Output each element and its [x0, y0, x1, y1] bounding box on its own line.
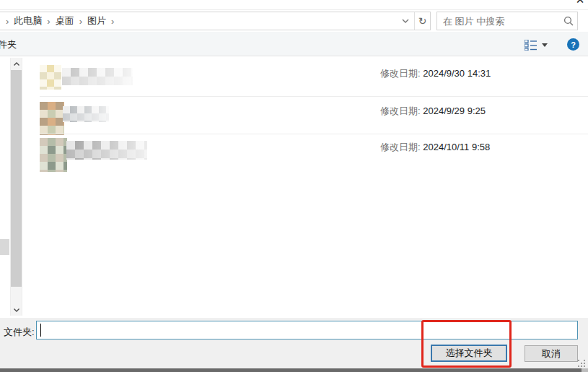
breadcrumb-desktop[interactable]: 桌面 — [56, 14, 74, 27]
dialog-footer: 文件夹: 选择文件夹 取消 — [0, 318, 588, 368]
refresh-icon[interactable]: ↻ — [415, 12, 430, 30]
list-item[interactable]: 修改日期: 2024/10/11 9:58 — [23, 136, 588, 170]
scrollbar-thumb[interactable] — [11, 70, 22, 287]
date-value: 2024/9/29 9:25 — [423, 105, 486, 116]
date-label: 修改日期: — [380, 105, 421, 116]
new-folder-button[interactable]: 件夹 — [0, 38, 17, 51]
date-value: 2024/10/11 9:58 — [423, 142, 490, 152]
modified-date: 修改日期: 2024/9/30 14:31 — [380, 67, 491, 80]
search-icon[interactable] — [560, 16, 577, 26]
date-label: 修改日期: — [380, 142, 421, 152]
date-value: 2024/9/30 14:31 — [423, 68, 491, 79]
top-divider — [0, 9, 588, 10]
redacted-folder-name — [62, 68, 133, 85]
close-icon[interactable]: ✕ — [573, 0, 587, 7]
breadcrumb-pictures[interactable]: 图片 — [87, 14, 106, 27]
address-dropdown-chevron-icon[interactable] — [397, 12, 414, 30]
row-divider — [40, 96, 588, 97]
search-input[interactable] — [437, 16, 560, 27]
chevron-right-icon[interactable]: › — [47, 16, 50, 27]
modified-date: 修改日期: 2024/9/29 9:25 — [380, 105, 486, 118]
list-item[interactable]: 修改日期: 2024/9/29 9:25 — [23, 100, 588, 134]
cancel-button[interactable]: 取消 — [525, 345, 578, 362]
scroll-up-icon[interactable] — [11, 58, 22, 69]
folder-name-label: 文件夹: — [4, 326, 35, 339]
view-dropdown-caret-icon — [542, 43, 548, 47]
list-item[interactable]: 修改日期: 2024/9/30 14:31 — [23, 62, 588, 96]
help-button[interactable]: ? — [567, 38, 579, 51]
modified-date: 修改日期: 2024/10/11 9:58 — [380, 141, 490, 154]
question-mark-icon: ? — [571, 40, 576, 49]
select-folder-button[interactable]: 选择文件夹 — [431, 345, 507, 362]
left-pane-fragment — [0, 239, 9, 255]
address-bar[interactable]: › 此电脑 › 桌面 › 图片 › ↻ — [0, 12, 431, 30]
redacted-folder-name — [66, 141, 147, 160]
redacted-folder-name — [63, 106, 109, 122]
folder-icon — [40, 138, 67, 172]
window-bottom-edge-corner — [582, 368, 588, 372]
chevron-right-icon: › — [6, 16, 9, 27]
file-list: 修改日期: 2024/9/30 14:31 修改日期: 2024/9/29 9:… — [0, 56, 588, 318]
text-caret — [40, 324, 41, 337]
command-toolbar: 件夹 ? — [0, 32, 588, 56]
search-box[interactable] — [436, 12, 578, 30]
chevron-right-icon[interactable]: › — [111, 16, 114, 27]
folder-icon — [40, 102, 64, 135]
scroll-down-icon[interactable] — [11, 304, 22, 316]
date-label: 修改日期: — [380, 68, 421, 79]
folder-name-input[interactable] — [36, 321, 578, 339]
breadcrumb: › 此电脑 › 桌面 › 图片 › — [0, 14, 397, 27]
folder-icon — [40, 65, 61, 90]
chevron-right-icon[interactable]: › — [79, 16, 82, 27]
window-bottom-edge — [0, 368, 582, 372]
vertical-scrollbar[interactable] — [10, 58, 22, 316]
breadcrumb-this-pc[interactable]: 此电脑 — [14, 14, 42, 27]
details-view-icon — [525, 40, 537, 51]
row-divider — [40, 134, 588, 134]
resize-grip[interactable] — [578, 360, 586, 368]
folder-picker-dialog: ✕ › 此电脑 › 桌面 › 图片 › ↻ 件夹 — [0, 0, 588, 372]
change-view-button[interactable] — [522, 37, 552, 53]
